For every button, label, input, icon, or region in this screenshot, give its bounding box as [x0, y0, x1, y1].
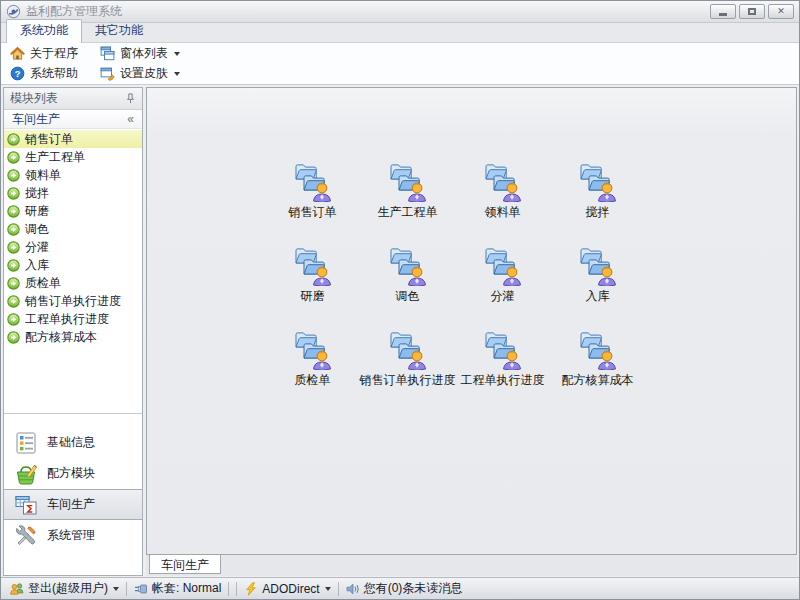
shortcut-item[interactable]: 生产工程单 — [360, 162, 455, 246]
basket-pencil-icon — [14, 462, 38, 486]
green-go-arrow-icon — [7, 313, 20, 326]
sidebar-item-sales-order[interactable]: 销售订单 — [4, 130, 142, 148]
sidebar-item[interactable]: 工程单执行进度 — [4, 310, 142, 328]
pin-icon[interactable] — [125, 93, 136, 104]
folders-user-icon — [579, 246, 617, 286]
sidebar-item[interactable]: 调色 — [4, 220, 142, 238]
folders-user-icon — [484, 246, 522, 286]
window-title: 益利配方管理系统 — [26, 3, 710, 20]
shortcut-item[interactable]: 搅拌 — [550, 162, 645, 246]
green-go-arrow-icon — [7, 241, 20, 254]
shortcut-label: 配方核算成本 — [562, 372, 634, 389]
shortcut-label: 领料单 — [485, 204, 521, 221]
dropdown-caret-icon — [174, 52, 180, 59]
system-help-button[interactable]: ? 系统帮助 — [7, 65, 81, 82]
module-system-management[interactable]: 系统管理 — [4, 520, 142, 551]
minimize-button[interactable] — [710, 4, 736, 19]
folders-user-icon — [294, 330, 332, 370]
shortcut-label: 销售订单 — [289, 204, 337, 221]
sidebar-item[interactable]: 研磨 — [4, 202, 142, 220]
module-formula[interactable]: 配方模块 — [4, 458, 142, 489]
tab-workshop-production-document[interactable]: 车间生产 — [149, 554, 221, 574]
module-basic-info[interactable]: 基础信息 — [4, 427, 142, 458]
dropdown-caret-icon — [325, 587, 331, 594]
module-list-header: 模块列表 — [4, 88, 142, 110]
home-icon — [10, 46, 25, 61]
sidebar-item[interactable]: 领料单 — [4, 166, 142, 184]
sidebar-item-label: 生产工程单 — [25, 149, 85, 166]
window-list-button[interactable]: 窗体列表 — [97, 45, 183, 62]
logout-label: 登出(超级用户) — [28, 580, 108, 597]
green-go-arrow-icon — [7, 151, 20, 164]
maximize-button[interactable] — [739, 4, 765, 19]
sidebar-item[interactable]: 分灌 — [4, 238, 142, 256]
shortcut-item[interactable]: 入库 — [550, 246, 645, 330]
shortcut-item[interactable]: 质检单 — [265, 330, 360, 414]
module-workshop-production[interactable]: 车间生产 — [4, 489, 142, 520]
logout-button[interactable]: 登出(超级用户) — [10, 580, 119, 597]
close-button[interactable]: ✕ — [768, 4, 794, 19]
module-label: 基础信息 — [47, 434, 95, 451]
set-skin-button[interactable]: 设置皮肤 — [97, 65, 183, 82]
sidebar-item-label: 调色 — [25, 221, 49, 238]
sidebar-item[interactable]: 销售订单执行进度 — [4, 292, 142, 310]
tab-system-functions[interactable]: 系统功能 — [6, 19, 82, 43]
about-program-button[interactable]: 关于程序 — [7, 45, 81, 62]
window-list-label: 窗体列表 — [120, 45, 168, 62]
shortcut-item[interactable]: 领料单 — [455, 162, 550, 246]
statusbar-separator — [236, 582, 237, 596]
module-sidebar: 模块列表 车间生产 « 销售订单 生产工程单 — [3, 87, 143, 576]
module-label: 配方模块 — [47, 465, 95, 482]
account-set-indicator: 帐套: Normal — [134, 580, 221, 597]
connector-icon — [134, 582, 148, 596]
list-icon — [14, 431, 38, 455]
green-go-arrow-icon — [7, 331, 20, 344]
tab-other-functions[interactable]: 其它功能 — [82, 20, 156, 42]
statusbar-separator — [228, 582, 229, 596]
tools-icon — [14, 524, 38, 548]
ribbon-tab-strip: 系统功能 其它功能 — [1, 23, 799, 43]
green-go-arrow-icon — [7, 295, 20, 308]
sidebar-item[interactable]: 搅拌 — [4, 184, 142, 202]
sidebar-item-label: 领料单 — [25, 167, 61, 184]
window-controls: ✕ — [710, 4, 794, 19]
statusbar-separator — [338, 582, 339, 596]
folders-user-icon — [579, 330, 617, 370]
folders-user-icon — [389, 162, 427, 202]
data-provider-button[interactable]: ADODirect — [244, 582, 330, 596]
help-icon: ? — [10, 66, 25, 81]
sidebar-item-label: 配方核算成本 — [25, 329, 97, 346]
folders-user-icon — [579, 162, 617, 202]
body-region: 模块列表 车间生产 « 销售订单 生产工程单 — [1, 85, 799, 577]
sidebar-item[interactable]: 质检单 — [4, 274, 142, 292]
module-label: 系统管理 — [47, 527, 95, 544]
minimize-icon — [719, 13, 727, 16]
shortcut-item[interactable]: 调色 — [360, 246, 455, 330]
document-tab-strip: 车间生产 — [146, 555, 797, 576]
sidebar-item-label: 质检单 — [25, 275, 61, 292]
shortcut-label: 分灌 — [491, 288, 515, 305]
sidebar-item-list: 销售订单 生产工程单 领料单 搅拌 研磨 — [4, 129, 142, 346]
shortcut-item[interactable]: 配方核算成本 — [550, 330, 645, 414]
green-go-arrow-icon — [7, 187, 20, 200]
sidebar-item[interactable]: 生产工程单 — [4, 148, 142, 166]
module-buttons: 基础信息 配方模块 — [4, 413, 142, 551]
sidebar-item[interactable]: 入库 — [4, 256, 142, 274]
shortcut-item[interactable]: 工程单执行进度 — [455, 330, 550, 414]
module-list-title: 模块列表 — [10, 90, 58, 107]
folders-user-icon — [294, 246, 332, 286]
green-go-arrow-icon — [7, 259, 20, 272]
app-window: 益利配方管理系统 ✕ 系统功能 其它功能 关于程序 — [0, 0, 800, 600]
about-program-label: 关于程序 — [30, 45, 78, 62]
shortcut-item[interactable]: 研磨 — [265, 246, 360, 330]
collapse-icon[interactable]: « — [127, 112, 134, 126]
sidebar-item[interactable]: 配方核算成本 — [4, 328, 142, 346]
green-go-arrow-icon — [7, 133, 20, 146]
app-logo-icon — [6, 4, 21, 19]
shortcut-label: 工程单执行进度 — [461, 372, 545, 389]
shortcut-sales-order[interactable]: 销售订单 — [265, 162, 360, 246]
shortcut-item[interactable]: 分灌 — [455, 246, 550, 330]
shortcut-item[interactable]: 销售订单执行进度 — [360, 330, 455, 414]
shortcut-grid: 销售订单 生产工程单 领料单 搅拌 — [265, 162, 645, 414]
unread-messages-indicator[interactable]: 您有(0)条未读消息 — [346, 580, 463, 597]
